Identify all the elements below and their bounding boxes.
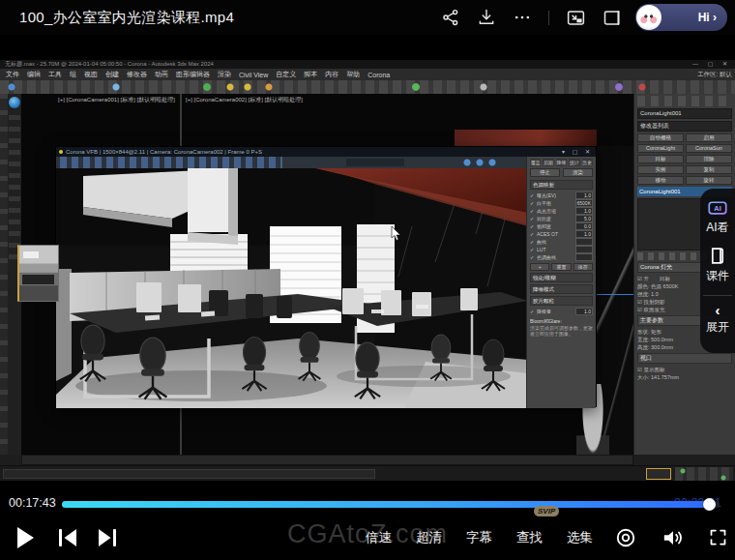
mini-player-icon[interactable] bbox=[600, 6, 623, 29]
max-menu-item[interactable]: Corona bbox=[368, 72, 390, 78]
vfb-small-button[interactable]: + bbox=[530, 263, 549, 271]
max-menu-item[interactable]: 修改器 bbox=[127, 70, 147, 79]
vfb-small-button[interactable]: 重置 bbox=[551, 263, 571, 271]
max-menu-item[interactable]: 脚本 bbox=[304, 70, 317, 79]
vfb-action-buttons: 停止渲染 bbox=[530, 168, 593, 177]
max-menu-item[interactable]: 自定义 bbox=[276, 70, 296, 79]
ai-watch-button[interactable]: AI AI看 bbox=[706, 200, 728, 236]
vfb-setting-row[interactable]: 曝光(EV) 1.0 bbox=[530, 192, 593, 199]
vfb-settings-tab[interactable]: 统计 bbox=[569, 159, 579, 166]
object-name-field[interactable]: CoronaLight001 bbox=[637, 108, 732, 119]
max-menu-item[interactable]: 内容 bbox=[325, 70, 338, 79]
topbar-actions: Hi › bbox=[439, 0, 727, 35]
more-icon[interactable] bbox=[511, 6, 534, 29]
max-menu-item[interactable]: 编辑 bbox=[27, 70, 41, 79]
max-menu-item[interactable]: 动画 bbox=[155, 70, 168, 79]
command-button[interactable]: 移动 bbox=[637, 176, 684, 185]
animation-controls[interactable] bbox=[675, 467, 733, 481]
vfb-action-button[interactable]: 停止 bbox=[530, 168, 560, 177]
vfb-small-button[interactable]: 保存 bbox=[573, 263, 593, 271]
max-menu-item[interactable]: 帮助 bbox=[346, 70, 360, 79]
previous-episode-button[interactable] bbox=[56, 527, 79, 548]
user-avatar-pill[interactable]: Hi › bbox=[635, 4, 727, 31]
max-menu-item[interactable]: 渲染 bbox=[218, 70, 231, 79]
vfb-setting-row[interactable]: ACES OT 1.0 bbox=[530, 230, 593, 238]
volume-icon[interactable] bbox=[662, 527, 683, 548]
command-button[interactable]: 排除 bbox=[686, 155, 732, 163]
player-menu-button[interactable]: 选集 bbox=[567, 529, 593, 546]
rollout-row[interactable]: ☑ 显示图标 bbox=[637, 366, 732, 373]
vfb-settings-tab[interactable]: 后期 bbox=[543, 159, 553, 166]
vfb-window-controls[interactable]: ▾ ▢ ✕ bbox=[562, 147, 593, 157]
player-menu-button[interactable]: 字幕 bbox=[466, 529, 492, 546]
viewport-thumbnail[interactable] bbox=[17, 245, 59, 302]
command-button[interactable]: 实例 bbox=[637, 165, 684, 174]
status-hint-field[interactable] bbox=[3, 469, 375, 479]
vfb-settings-tab[interactable]: 降噪 bbox=[556, 159, 567, 166]
expand-button[interactable]: ‹ 展开 bbox=[706, 305, 729, 336]
status-selected-box[interactable] bbox=[646, 468, 671, 480]
vfb-section-header[interactable]: 胶片颗粒 bbox=[530, 296, 593, 306]
vfb-settings-tab[interactable]: 历史 bbox=[582, 159, 593, 166]
vfb-setting-row[interactable]: 高光压缩 1.0 bbox=[530, 207, 593, 215]
modifier-list-dropdown[interactable]: 修改器列表 bbox=[637, 121, 732, 132]
max-logo-icon bbox=[9, 97, 20, 108]
vfb-denoise-row[interactable]: 降噪量 1.0 bbox=[530, 308, 593, 315]
rollout-row[interactable]: 大小: 141.757mm bbox=[637, 373, 732, 381]
viewport-red-ceiling bbox=[455, 130, 597, 146]
command-button[interactable]: 自动栅格 bbox=[637, 133, 684, 142]
vfb-note-text: 渲染完成后可调整参数，更改将立即应用于图像。 bbox=[530, 325, 593, 337]
max-left-ribbon[interactable] bbox=[0, 94, 8, 455]
player-menu-button[interactable]: 超清 bbox=[416, 529, 442, 546]
download-icon[interactable] bbox=[475, 6, 498, 29]
max-window-controls[interactable]: — ▢ ✕ bbox=[692, 60, 731, 69]
max-menu-item[interactable]: 视图 bbox=[84, 70, 98, 79]
command-button[interactable]: CoronaLight bbox=[637, 144, 684, 153]
vfb-setting-row[interactable]: LUT bbox=[530, 246, 593, 253]
max-track-bar[interactable] bbox=[21, 455, 633, 465]
vfb-setting-row[interactable]: 曲线 bbox=[530, 238, 593, 246]
next-episode-button[interactable] bbox=[96, 527, 119, 548]
max-menu-item[interactable]: 创建 bbox=[105, 70, 119, 79]
max-menu-item[interactable]: 组 bbox=[70, 70, 76, 79]
player-menu-button[interactable]: 倍速 bbox=[366, 529, 392, 546]
vfb-setting-row[interactable]: 色调曲线 bbox=[530, 253, 593, 261]
max-menu-item[interactable]: 图形编辑器 bbox=[176, 70, 210, 79]
vfb-setting-row[interactable]: 白平衡 6500K bbox=[530, 199, 593, 207]
max-menu-item[interactable]: 文件 bbox=[6, 70, 19, 79]
scene-explorer-rows[interactable] bbox=[9, 115, 20, 260]
player-menu-button[interactable]: 查找 bbox=[516, 529, 543, 546]
play-button[interactable] bbox=[17, 527, 34, 548]
vfb-action-button[interactable]: 渲染 bbox=[563, 168, 593, 177]
command-button[interactable]: 旋转 bbox=[686, 176, 732, 185]
seek-bar[interactable] bbox=[62, 501, 720, 508]
courseware-button[interactable]: 课件 bbox=[706, 247, 729, 284]
viewport-right-label[interactable]: [+] [CoronaCamera002] [标准] [默认明暗处理] bbox=[186, 96, 303, 104]
max-menu-item[interactable]: Civil View bbox=[239, 72, 268, 78]
command-panel-tabs[interactable] bbox=[637, 96, 732, 106]
fullscreen-icon[interactable] bbox=[708, 527, 729, 548]
vfb-tonemapping-header[interactable]: 色调映射 bbox=[530, 180, 593, 190]
command-button[interactable]: 目标 bbox=[637, 155, 684, 163]
skip-settings-icon[interactable] bbox=[615, 527, 636, 548]
share-icon[interactable] bbox=[439, 6, 462, 29]
vfb-app-icon bbox=[59, 150, 63, 154]
vfb-setting-row[interactable]: 对比度 5.0 bbox=[530, 215, 593, 222]
max-workspace-label[interactable]: 工作区: 默认 bbox=[697, 69, 732, 80]
viewport-left-label[interactable]: [+] [CoronaCamera001] [标准] [默认明暗处理] bbox=[58, 96, 175, 104]
vfb-section-header[interactable]: 降噪模式 bbox=[530, 284, 593, 294]
vfb-toolbar[interactable] bbox=[56, 157, 528, 168]
pip-icon[interactable] bbox=[564, 6, 587, 29]
command-button[interactable]: 启用 bbox=[686, 133, 732, 142]
max-menu-item[interactable]: 工具 bbox=[48, 70, 62, 79]
corona-vfb-window[interactable]: Corona VFB | 1500×844@2.11 | Camera: Cor… bbox=[55, 146, 597, 407]
rollout-header[interactable]: 视口 bbox=[637, 353, 732, 364]
vfb-setting-row[interactable]: 饱和度 0.0 bbox=[530, 222, 593, 230]
seek-knob[interactable] bbox=[703, 498, 716, 511]
vfb-settings-tab[interactable]: 覆盖 bbox=[530, 159, 541, 166]
command-button[interactable]: 复制 bbox=[686, 165, 732, 174]
command-button[interactable]: CoronaSun bbox=[686, 144, 732, 153]
max-main-toolbar[interactable] bbox=[0, 80, 735, 95]
vfb-section-header[interactable]: 锐化/模糊 bbox=[530, 273, 593, 282]
vfb-titlebar[interactable]: Corona VFB | 1500×844@2.11 | Camera: Cor… bbox=[56, 147, 596, 157]
